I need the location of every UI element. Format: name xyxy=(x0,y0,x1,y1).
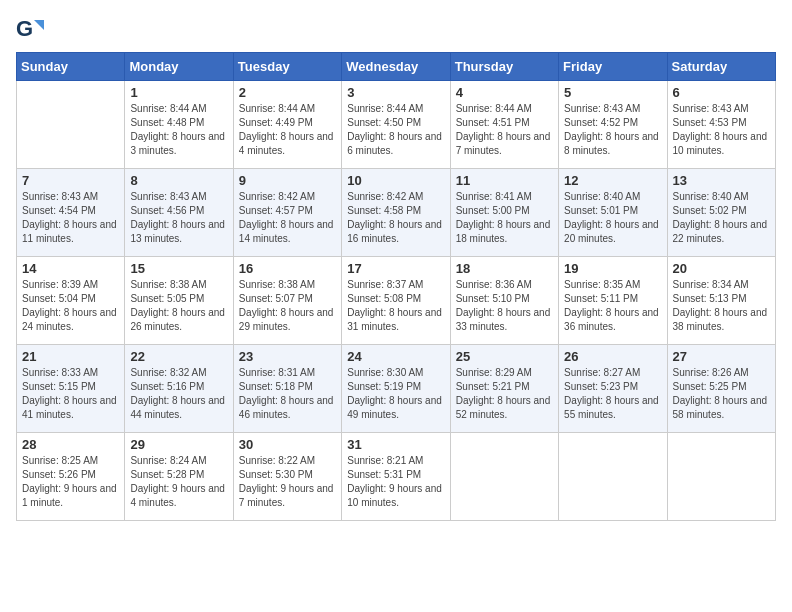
week-row-3: 14Sunrise: 8:39 AMSunset: 5:04 PMDayligh… xyxy=(17,257,776,345)
day-number: 24 xyxy=(347,349,444,364)
col-header-tuesday: Tuesday xyxy=(233,53,341,81)
day-number: 18 xyxy=(456,261,553,276)
day-number: 12 xyxy=(564,173,661,188)
col-header-friday: Friday xyxy=(559,53,667,81)
col-header-wednesday: Wednesday xyxy=(342,53,450,81)
day-cell: 27Sunrise: 8:26 AMSunset: 5:25 PMDayligh… xyxy=(667,345,775,433)
day-cell xyxy=(450,433,558,521)
day-info: Sunrise: 8:43 AMSunset: 4:53 PMDaylight:… xyxy=(673,102,770,158)
day-info: Sunrise: 8:21 AMSunset: 5:31 PMDaylight:… xyxy=(347,454,444,510)
day-number: 6 xyxy=(673,85,770,100)
day-number: 3 xyxy=(347,85,444,100)
day-number: 22 xyxy=(130,349,227,364)
day-info: Sunrise: 8:44 AMSunset: 4:51 PMDaylight:… xyxy=(456,102,553,158)
day-number: 31 xyxy=(347,437,444,452)
day-number: 21 xyxy=(22,349,119,364)
day-cell: 13Sunrise: 8:40 AMSunset: 5:02 PMDayligh… xyxy=(667,169,775,257)
day-number: 27 xyxy=(673,349,770,364)
day-cell: 28Sunrise: 8:25 AMSunset: 5:26 PMDayligh… xyxy=(17,433,125,521)
day-cell: 12Sunrise: 8:40 AMSunset: 5:01 PMDayligh… xyxy=(559,169,667,257)
week-row-4: 21Sunrise: 8:33 AMSunset: 5:15 PMDayligh… xyxy=(17,345,776,433)
day-info: Sunrise: 8:38 AMSunset: 5:05 PMDaylight:… xyxy=(130,278,227,334)
calendar-header-row: SundayMondayTuesdayWednesdayThursdayFrid… xyxy=(17,53,776,81)
day-cell: 21Sunrise: 8:33 AMSunset: 5:15 PMDayligh… xyxy=(17,345,125,433)
day-info: Sunrise: 8:40 AMSunset: 5:02 PMDaylight:… xyxy=(673,190,770,246)
day-number: 1 xyxy=(130,85,227,100)
day-info: Sunrise: 8:22 AMSunset: 5:30 PMDaylight:… xyxy=(239,454,336,510)
day-number: 13 xyxy=(673,173,770,188)
day-cell: 16Sunrise: 8:38 AMSunset: 5:07 PMDayligh… xyxy=(233,257,341,345)
day-info: Sunrise: 8:44 AMSunset: 4:49 PMDaylight:… xyxy=(239,102,336,158)
day-cell: 31Sunrise: 8:21 AMSunset: 5:31 PMDayligh… xyxy=(342,433,450,521)
day-cell: 24Sunrise: 8:30 AMSunset: 5:19 PMDayligh… xyxy=(342,345,450,433)
day-info: Sunrise: 8:37 AMSunset: 5:08 PMDaylight:… xyxy=(347,278,444,334)
logo: G xyxy=(16,16,46,44)
day-info: Sunrise: 8:43 AMSunset: 4:52 PMDaylight:… xyxy=(564,102,661,158)
day-cell: 15Sunrise: 8:38 AMSunset: 5:05 PMDayligh… xyxy=(125,257,233,345)
day-number: 10 xyxy=(347,173,444,188)
day-number: 2 xyxy=(239,85,336,100)
day-number: 26 xyxy=(564,349,661,364)
day-info: Sunrise: 8:30 AMSunset: 5:19 PMDaylight:… xyxy=(347,366,444,422)
day-cell: 7Sunrise: 8:43 AMSunset: 4:54 PMDaylight… xyxy=(17,169,125,257)
day-cell: 22Sunrise: 8:32 AMSunset: 5:16 PMDayligh… xyxy=(125,345,233,433)
day-info: Sunrise: 8:40 AMSunset: 5:01 PMDaylight:… xyxy=(564,190,661,246)
day-cell: 6Sunrise: 8:43 AMSunset: 4:53 PMDaylight… xyxy=(667,81,775,169)
day-info: Sunrise: 8:39 AMSunset: 5:04 PMDaylight:… xyxy=(22,278,119,334)
day-number: 7 xyxy=(22,173,119,188)
col-header-sunday: Sunday xyxy=(17,53,125,81)
day-number: 25 xyxy=(456,349,553,364)
col-header-thursday: Thursday xyxy=(450,53,558,81)
day-info: Sunrise: 8:31 AMSunset: 5:18 PMDaylight:… xyxy=(239,366,336,422)
day-cell: 11Sunrise: 8:41 AMSunset: 5:00 PMDayligh… xyxy=(450,169,558,257)
day-info: Sunrise: 8:38 AMSunset: 5:07 PMDaylight:… xyxy=(239,278,336,334)
day-cell: 2Sunrise: 8:44 AMSunset: 4:49 PMDaylight… xyxy=(233,81,341,169)
day-cell: 10Sunrise: 8:42 AMSunset: 4:58 PMDayligh… xyxy=(342,169,450,257)
logo-icon: G xyxy=(16,16,44,44)
day-cell: 4Sunrise: 8:44 AMSunset: 4:51 PMDaylight… xyxy=(450,81,558,169)
svg-text:G: G xyxy=(16,16,33,41)
day-cell: 20Sunrise: 8:34 AMSunset: 5:13 PMDayligh… xyxy=(667,257,775,345)
day-info: Sunrise: 8:26 AMSunset: 5:25 PMDaylight:… xyxy=(673,366,770,422)
day-cell xyxy=(559,433,667,521)
week-row-1: 1Sunrise: 8:44 AMSunset: 4:48 PMDaylight… xyxy=(17,81,776,169)
day-number: 29 xyxy=(130,437,227,452)
day-info: Sunrise: 8:42 AMSunset: 4:58 PMDaylight:… xyxy=(347,190,444,246)
day-number: 5 xyxy=(564,85,661,100)
day-info: Sunrise: 8:35 AMSunset: 5:11 PMDaylight:… xyxy=(564,278,661,334)
day-info: Sunrise: 8:25 AMSunset: 5:26 PMDaylight:… xyxy=(22,454,119,510)
day-number: 9 xyxy=(239,173,336,188)
col-header-saturday: Saturday xyxy=(667,53,775,81)
day-info: Sunrise: 8:24 AMSunset: 5:28 PMDaylight:… xyxy=(130,454,227,510)
day-number: 20 xyxy=(673,261,770,276)
day-cell: 29Sunrise: 8:24 AMSunset: 5:28 PMDayligh… xyxy=(125,433,233,521)
day-cell: 14Sunrise: 8:39 AMSunset: 5:04 PMDayligh… xyxy=(17,257,125,345)
day-number: 19 xyxy=(564,261,661,276)
day-info: Sunrise: 8:44 AMSunset: 4:50 PMDaylight:… xyxy=(347,102,444,158)
col-header-monday: Monday xyxy=(125,53,233,81)
svg-marker-1 xyxy=(34,20,44,30)
page-header: G xyxy=(16,16,776,44)
day-number: 14 xyxy=(22,261,119,276)
day-cell: 9Sunrise: 8:42 AMSunset: 4:57 PMDaylight… xyxy=(233,169,341,257)
day-info: Sunrise: 8:32 AMSunset: 5:16 PMDaylight:… xyxy=(130,366,227,422)
day-cell: 17Sunrise: 8:37 AMSunset: 5:08 PMDayligh… xyxy=(342,257,450,345)
day-number: 23 xyxy=(239,349,336,364)
day-number: 28 xyxy=(22,437,119,452)
day-cell: 3Sunrise: 8:44 AMSunset: 4:50 PMDaylight… xyxy=(342,81,450,169)
week-row-2: 7Sunrise: 8:43 AMSunset: 4:54 PMDaylight… xyxy=(17,169,776,257)
day-cell: 5Sunrise: 8:43 AMSunset: 4:52 PMDaylight… xyxy=(559,81,667,169)
day-info: Sunrise: 8:44 AMSunset: 4:48 PMDaylight:… xyxy=(130,102,227,158)
day-number: 4 xyxy=(456,85,553,100)
day-info: Sunrise: 8:29 AMSunset: 5:21 PMDaylight:… xyxy=(456,366,553,422)
day-number: 15 xyxy=(130,261,227,276)
day-info: Sunrise: 8:27 AMSunset: 5:23 PMDaylight:… xyxy=(564,366,661,422)
day-number: 8 xyxy=(130,173,227,188)
day-cell: 26Sunrise: 8:27 AMSunset: 5:23 PMDayligh… xyxy=(559,345,667,433)
day-info: Sunrise: 8:34 AMSunset: 5:13 PMDaylight:… xyxy=(673,278,770,334)
day-cell xyxy=(667,433,775,521)
day-info: Sunrise: 8:43 AMSunset: 4:56 PMDaylight:… xyxy=(130,190,227,246)
day-cell: 1Sunrise: 8:44 AMSunset: 4:48 PMDaylight… xyxy=(125,81,233,169)
week-row-5: 28Sunrise: 8:25 AMSunset: 5:26 PMDayligh… xyxy=(17,433,776,521)
day-info: Sunrise: 8:33 AMSunset: 5:15 PMDaylight:… xyxy=(22,366,119,422)
